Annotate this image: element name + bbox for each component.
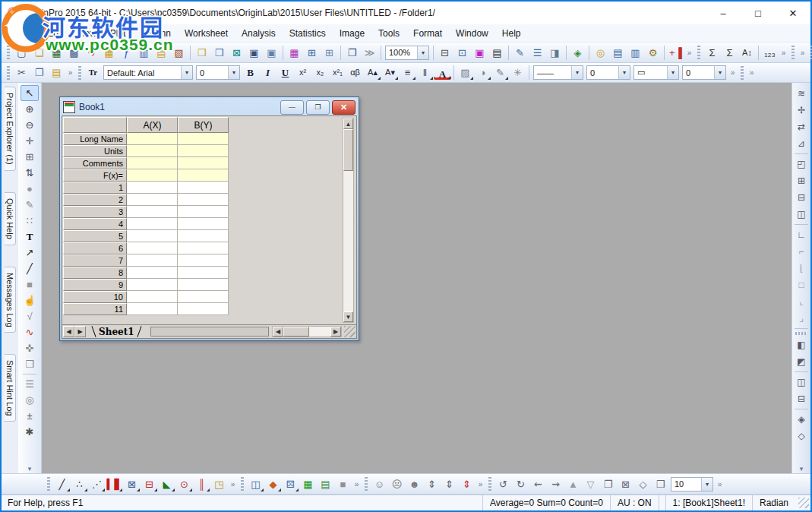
toolbar-grip[interactable]	[7, 66, 10, 80]
book1-minimize-button[interactable]: —	[280, 100, 304, 115]
zoom-in-tool-icon[interactable]: ⊕	[21, 101, 39, 117]
line-style-combo-arrow-icon[interactable]: ▾	[571, 66, 583, 79]
tilt-right-icon[interactable]: ⇝	[547, 476, 564, 492]
rotate-ccw-icon[interactable]: ↺	[494, 476, 512, 492]
menu-item-column[interactable]: Column	[133, 24, 178, 42]
italic-icon[interactable]: I	[259, 65, 276, 81]
group-objects-icon[interactable]: ◈	[793, 411, 810, 428]
multi-panel-plot-icon[interactable]: ⊠	[123, 476, 141, 492]
close-button[interactable]: ✕	[776, 2, 810, 24]
rectangle-tool-icon[interactable]: ■	[21, 277, 39, 292]
decrease-font-icon[interactable]: A▾	[381, 65, 399, 81]
menu-item-image[interactable]: Image	[333, 24, 371, 42]
font-color-icon[interactable]: A	[434, 68, 451, 80]
row-label-comments[interactable]: Comments	[63, 157, 127, 169]
row-number-8[interactable]: 8	[63, 267, 127, 279]
area-plot-icon[interactable]: ◣	[158, 476, 175, 492]
cell-3-a-x[interactable]	[127, 206, 178, 218]
axis-frame-curve2-icon[interactable]: ⌟	[793, 310, 810, 327]
image-window-icon[interactable]: ▣	[471, 45, 488, 61]
screen-reader-tool-icon[interactable]: ✛	[21, 133, 39, 149]
font-combo-arrow-icon[interactable]: ▾	[181, 66, 192, 79]
font-combo[interactable]: Default: Arial▾	[103, 65, 193, 80]
dock-tab-quick-help[interactable]: Quick Help	[5, 192, 16, 245]
toolbar-overflow-button[interactable]: »	[352, 476, 362, 492]
title-bar[interactable]: OriginPro 2015 64-bit - C:\Users\pc0359\…	[2, 2, 810, 24]
pan-tool-icon[interactable]: ☝	[21, 292, 39, 308]
cell-8-b-y[interactable]	[178, 267, 229, 279]
cell-f-x-a-x[interactable]	[127, 169, 178, 182]
formula-tool-icon[interactable]: √	[21, 308, 39, 324]
layout-stack-icon[interactable]: ⊟	[793, 189, 810, 206]
toggle-mask-icon[interactable]: ☻	[406, 476, 423, 492]
pointer-tool-icon[interactable]: ↖	[21, 85, 39, 101]
new-excel-icon[interactable]: ▧	[170, 45, 188, 61]
menu-item-worksheet[interactable]: Worksheet	[178, 24, 235, 42]
cell-1-a-x[interactable]	[127, 182, 178, 194]
axis-frame-l-icon[interactable]: ∟	[793, 226, 810, 243]
merge-graphs-icon[interactable]: ◫	[793, 206, 810, 223]
statistics-on-column-icon[interactable]: Σ	[703, 45, 721, 61]
column-header-b-y[interactable]: B(Y)	[178, 117, 229, 133]
toolbar-overflow-button[interactable]: »	[798, 45, 807, 61]
add-axes-icon[interactable]: ✢	[793, 102, 810, 119]
cell-units-b-y[interactable]	[178, 145, 229, 157]
cell-11-a-x[interactable]	[127, 303, 178, 315]
border-width-combo[interactable]: 0▾	[682, 65, 726, 80]
axis-frame-curve-icon[interactable]: ⌞	[793, 293, 810, 310]
fill-color-icon[interactable]: ▨	[457, 65, 474, 81]
sort-icon[interactable]: A↕	[738, 45, 756, 61]
scatter-plot-icon[interactable]: ∴	[71, 476, 88, 492]
script-window-icon[interactable]: ▤	[609, 45, 627, 61]
toolbar-grip[interactable]	[741, 66, 744, 80]
cell-9-a-x[interactable]	[127, 279, 178, 291]
arrow-tool-icon[interactable]: ↗	[21, 245, 39, 261]
save-template-icon[interactable]: ▣	[263, 45, 280, 61]
underline-icon[interactable]: U	[276, 65, 294, 81]
contour-plot-icon[interactable]: ▤	[317, 476, 334, 492]
distribute-vertical-icon[interactable]: ⊟	[793, 390, 810, 407]
cell-8-a-x[interactable]	[127, 267, 178, 279]
template-library-icon[interactable]: ◳	[210, 476, 228, 492]
line-tool-icon[interactable]: ╱	[21, 261, 39, 277]
rotation-step-combo-arrow-icon[interactable]: ▾	[701, 478, 712, 491]
statistics-on-row-icon[interactable]: Σ	[721, 45, 738, 61]
superscript-icon[interactable]: x²	[294, 65, 311, 81]
alignment-icon[interactable]: ≡	[399, 65, 416, 81]
glow-icon[interactable]: ✳	[509, 65, 526, 81]
increase-perspective-icon[interactable]: ▲	[564, 476, 582, 492]
shear-cube-icon[interactable]: ◇	[634, 476, 652, 492]
line-color-icon[interactable]: ✎	[491, 65, 509, 81]
data-selector-icon[interactable]: ⇅	[21, 165, 39, 181]
column-plot-icon[interactable]: ▍▋	[106, 476, 123, 492]
object-layers-icon[interactable]: ☰	[21, 376, 39, 392]
import-wizard-icon[interactable]: ▦	[286, 45, 303, 61]
dock-tab-messages-log[interactable]: Messages Log	[5, 267, 16, 333]
move-axes-tool-icon[interactable]: ✜	[21, 340, 39, 356]
video-icon[interactable]: ▤	[488, 45, 506, 61]
cell-5-a-x[interactable]	[127, 230, 178, 242]
sheet-corner-cell[interactable]	[63, 117, 127, 133]
zoom-combo[interactable]: 100%▾	[385, 46, 429, 60]
print-icon[interactable]: ⊟	[436, 45, 453, 61]
new-graph-icon[interactable]: ∿	[83, 45, 100, 61]
tilt-left-icon[interactable]: ⇜	[529, 476, 547, 492]
cell-5-b-y[interactable]	[178, 230, 229, 242]
align-top-icon[interactable]: ◩	[793, 353, 810, 370]
new-notes-icon[interactable]: ▤	[153, 45, 170, 61]
add-new-column-icon[interactable]: +▐	[667, 45, 684, 61]
menu-item-statistics[interactable]: Statistics	[283, 24, 333, 42]
scroll-left-button[interactable]: ◀	[273, 327, 283, 337]
toolbar-overflow-button[interactable]: »	[715, 476, 725, 492]
minimize-button[interactable]: –	[706, 2, 741, 24]
row-label-f-x[interactable]: F(x)=	[63, 169, 127, 182]
fit-frame-icon[interactable]: ❐	[599, 476, 617, 492]
move-points-icon[interactable]: ⇕	[423, 476, 441, 492]
set-column-values-icon[interactable]: ₁₂₃	[761, 45, 779, 61]
open-icon[interactable]: ❒	[193, 45, 210, 61]
cell-7-a-x[interactable]	[127, 254, 178, 267]
decrease-perspective-icon[interactable]: ▽	[582, 476, 599, 492]
b-c-tool-icon[interactable]: ±	[21, 408, 39, 424]
toolbar-grip[interactable]	[47, 477, 50, 491]
polar-tool-icon[interactable]: ◎	[21, 392, 39, 408]
